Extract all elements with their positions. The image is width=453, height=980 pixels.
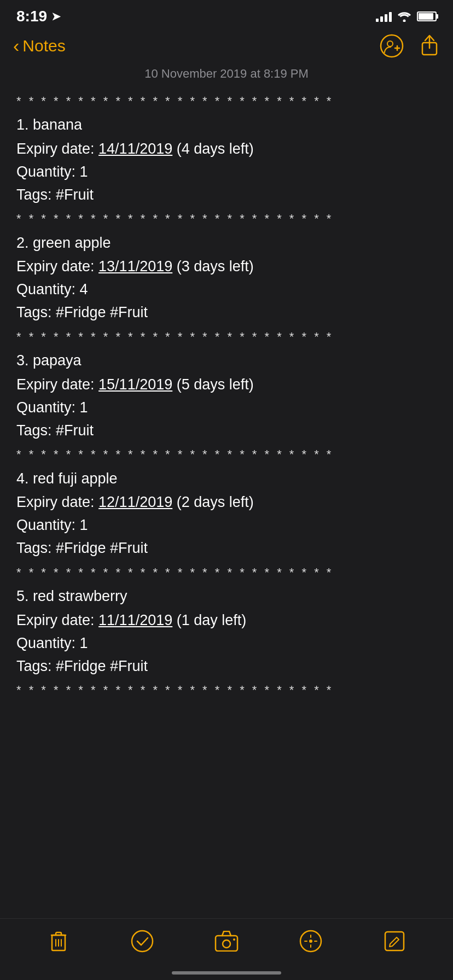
item-quantity: Quantity: 4 (16, 278, 437, 301)
item-tags: Tags: #Fruit (16, 184, 437, 207)
delete-button[interactable] (42, 930, 75, 953)
status-bar: 8:19 ➤ (0, 0, 453, 30)
back-button[interactable]: ‹ Notes (13, 37, 66, 55)
nav-actions (380, 34, 440, 58)
divider-line: * * * * * * * * * * * * * * * * * * * * … (16, 209, 437, 228)
back-chevron-icon: ‹ (13, 36, 19, 55)
home-indicator (172, 971, 281, 975)
item-name: 5. red strawberry (16, 585, 437, 608)
checkmark-button[interactable] (126, 930, 159, 953)
compass-button[interactable] (294, 930, 327, 953)
item-tags: Tags: #Fridge #Fruit (16, 655, 437, 678)
svg-rect-10 (385, 932, 404, 950)
item-expiry: Expiry date: 11/11/2019 (1 day left) (16, 609, 437, 632)
svg-rect-5 (216, 936, 237, 951)
svg-point-6 (223, 940, 230, 948)
nav-bar: ‹ Notes (0, 30, 453, 65)
wifi-icon (397, 11, 411, 22)
note-content: * * * * * * * * * * * * * * * * * * * * … (0, 92, 453, 699)
item-expiry: Expiry date: 13/11/2019 (3 days left) (16, 255, 437, 278)
share-button[interactable] (419, 34, 440, 58)
battery-icon (417, 11, 437, 21)
add-person-button[interactable] (380, 34, 404, 58)
svg-point-7 (233, 938, 235, 941)
status-time: 8:19 ➤ (16, 8, 61, 25)
item-name: 3. papaya (16, 349, 437, 372)
location-icon: ➤ (51, 10, 61, 23)
camera-button[interactable] (210, 931, 243, 952)
back-label: Notes (22, 37, 65, 55)
date-header: 10 November 2019 at 8:19 PM (0, 65, 453, 89)
edit-button[interactable] (378, 930, 411, 953)
item-name: 2. green apple (16, 232, 437, 255)
signal-bars (376, 11, 392, 22)
item-quantity: Quantity: 1 (16, 396, 437, 419)
item-name: 4. red fuji apple (16, 468, 437, 491)
item-quantity: Quantity: 1 (16, 632, 437, 655)
svg-point-1 (387, 41, 393, 46)
svg-point-4 (132, 931, 153, 952)
item-name: 1. banana (16, 114, 437, 137)
divider-line: * * * * * * * * * * * * * * * * * * * * … (16, 445, 437, 464)
item-quantity: Quantity: 1 (16, 514, 437, 537)
item-expiry: Expiry date: 12/11/2019 (2 days left) (16, 491, 437, 514)
item-tags: Tags: #Fridge #Fruit (16, 537, 437, 560)
item-tags: Tags: #Fruit (16, 419, 437, 442)
divider-line: * * * * * * * * * * * * * * * * * * * * … (16, 92, 437, 110)
item-expiry: Expiry date: 15/11/2019 (5 days left) (16, 374, 437, 396)
item-tags: Tags: #Fridge #Fruit (16, 301, 437, 324)
divider-line: * * * * * * * * * * * * * * * * * * * * … (16, 328, 437, 346)
item-quantity: Quantity: 1 (16, 161, 437, 184)
time-display: 8:19 (16, 8, 47, 25)
svg-point-9 (309, 940, 312, 943)
item-expiry: Expiry date: 14/11/2019 (4 days left) (16, 138, 437, 161)
divider-line: * * * * * * * * * * * * * * * * * * * * … (16, 563, 437, 582)
divider-line: * * * * * * * * * * * * * * * * * * * * … (16, 681, 437, 699)
status-icons (376, 11, 437, 22)
